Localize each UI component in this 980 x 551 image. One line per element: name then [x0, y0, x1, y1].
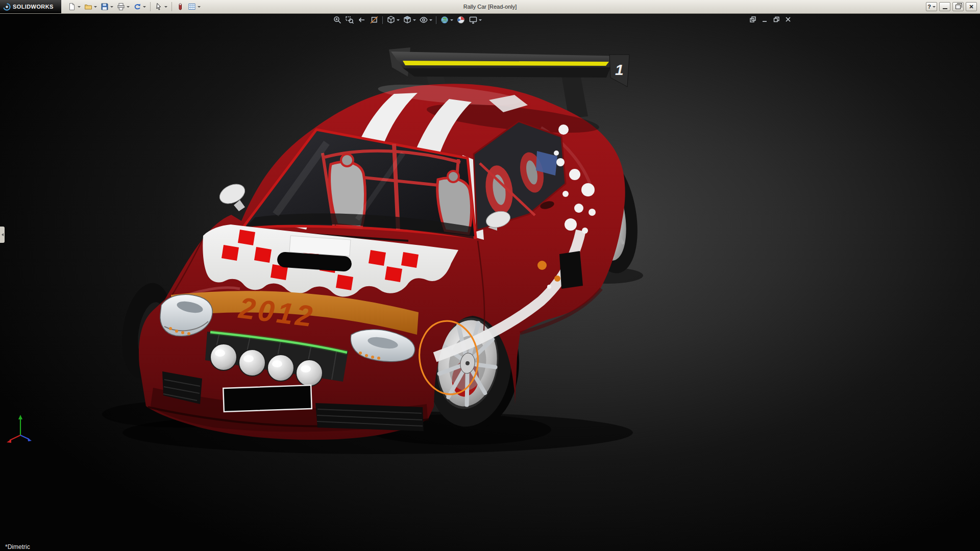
appearance-icon: [176, 3, 184, 11]
collapse-arrow-icon: [2, 233, 4, 236]
dropdown-arrow-icon[interactable]: [479, 19, 482, 21]
window-controls: ? ✕: [926, 2, 980, 11]
new-document-icon: [68, 3, 76, 11]
title-bar: SOLIDWORKS: [0, 0, 980, 14]
hide-show-items-icon: [419, 15, 428, 24]
zoom-to-area-button[interactable]: [344, 15, 355, 25]
help-label: ?: [927, 4, 931, 10]
dropdown-arrow-icon[interactable]: [450, 19, 453, 21]
dropdown-arrow-icon[interactable]: [78, 6, 81, 8]
close-document-button[interactable]: [785, 16, 792, 24]
zoom-to-fit-icon: [333, 15, 342, 24]
dropdown-arrow-icon[interactable]: [397, 19, 400, 21]
section-view-icon: [370, 15, 379, 24]
dropdown-arrow-icon[interactable]: [127, 6, 130, 8]
orientation-label: *Dimetric: [5, 543, 30, 550]
dropdown-arrow-icon[interactable]: [429, 19, 432, 21]
apply-scene-icon: [440, 15, 449, 24]
section-view-button[interactable]: [369, 15, 380, 25]
zoom-to-area-icon: [345, 15, 354, 24]
previous-view-button[interactable]: [356, 15, 368, 25]
document-title-text: Rally Car [Read-only]: [463, 4, 517, 10]
side-vent: [559, 251, 583, 289]
view-settings-icon: [469, 15, 478, 24]
toolbar-separator: [172, 2, 172, 11]
dropdown-arrow-icon[interactable]: [143, 6, 146, 8]
save-icon: [101, 3, 109, 11]
wing-number: 1: [615, 61, 624, 78]
options-sheet-icon: [188, 3, 196, 11]
open-button[interactable]: [83, 2, 99, 12]
print-icon: [117, 3, 125, 11]
close-icon: ✕: [969, 4, 973, 10]
3ds-swirl-icon: [3, 3, 11, 11]
edit-appearance-headsup-button[interactable]: [455, 15, 467, 25]
zoom-to-fit-button[interactable]: [332, 15, 343, 25]
help-button[interactable]: ?: [926, 2, 937, 11]
select-button[interactable]: [153, 2, 169, 12]
license-plate: [223, 385, 312, 412]
coordinate-triad: [7, 415, 32, 443]
undo-icon: [133, 3, 141, 11]
save-button[interactable]: [99, 2, 115, 12]
minimize-document-icon: [761, 16, 768, 23]
restore-icon: [955, 5, 961, 9]
dropdown-arrow-icon[interactable]: [94, 6, 97, 8]
edit-appearance-icon: [456, 15, 465, 24]
previous-view-icon: [357, 15, 366, 24]
options-sheet-button[interactable]: [186, 2, 202, 12]
view-orientation-icon: [386, 15, 396, 24]
display-style-button[interactable]: [402, 15, 417, 25]
apply-scene-button[interactable]: [439, 15, 454, 25]
view-orientation-button[interactable]: [385, 15, 401, 25]
main-toolbar: [66, 2, 202, 12]
tile-windows-button[interactable]: [749, 16, 756, 24]
edit-appearance-button[interactable]: [175, 2, 186, 12]
restore-document-button[interactable]: [773, 16, 780, 24]
dropdown-arrow-icon[interactable]: [164, 6, 167, 8]
hide-show-items-button[interactable]: [418, 15, 433, 25]
toolbar-separator: [382, 16, 383, 24]
select-cursor-icon: [155, 3, 163, 11]
toolbar-separator: [150, 2, 151, 11]
tile-windows-icon: [749, 16, 756, 23]
collapse-panel-tab[interactable]: [0, 227, 5, 243]
minimize-document-button[interactable]: [761, 16, 768, 24]
restore-button[interactable]: [952, 2, 964, 11]
minimize-button[interactable]: [939, 2, 950, 11]
document-window-controls: [749, 16, 792, 24]
display-style-icon: [403, 15, 412, 24]
dropdown-arrow-icon[interactable]: [110, 6, 113, 8]
new-document-button[interactable]: [66, 2, 82, 12]
toolbar-separator: [436, 16, 436, 24]
graphics-viewport[interactable]: 1: [0, 13, 980, 551]
app-name: SOLIDWORKS: [13, 4, 54, 10]
minimize-icon: [943, 5, 947, 9]
solidworks-logo: SOLIDWORKS: [0, 0, 61, 13]
open-folder-icon: [84, 3, 92, 11]
restore-document-icon: [773, 16, 780, 23]
dropdown-arrow-icon[interactable]: [933, 6, 936, 8]
dropdown-arrow-icon[interactable]: [198, 6, 201, 8]
close-button[interactable]: ✕: [966, 2, 977, 11]
headsup-view-toolbar: [332, 15, 483, 25]
print-button[interactable]: [115, 2, 131, 12]
close-document-icon: [785, 16, 792, 23]
dropdown-arrow-icon[interactable]: [413, 19, 416, 21]
3d-model-scene[interactable]: 1: [0, 13, 980, 551]
view-settings-button[interactable]: [468, 15, 483, 25]
undo-button[interactable]: [132, 2, 148, 12]
